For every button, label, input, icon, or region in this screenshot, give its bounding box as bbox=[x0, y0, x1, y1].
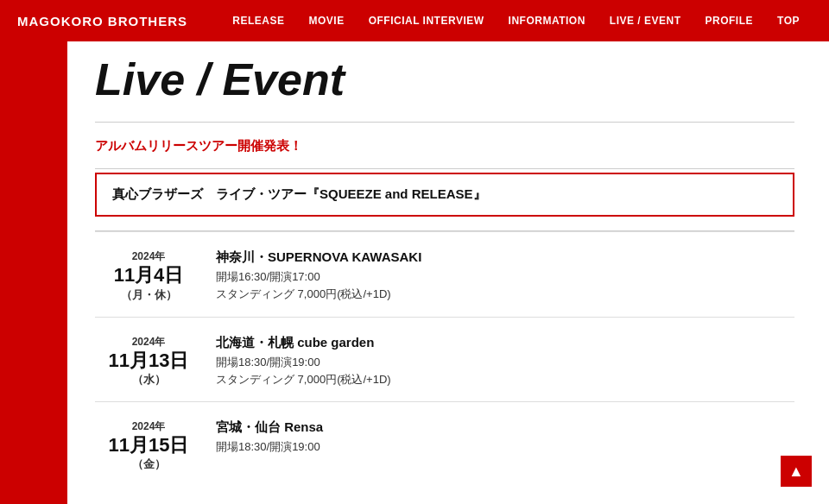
event-year: 2024年 bbox=[95, 249, 202, 264]
event-weekday: （金） bbox=[95, 457, 202, 472]
event-day: 11月13日 bbox=[95, 350, 202, 372]
page-title: Live / Event bbox=[95, 41, 794, 122]
event-date: 2024年 11月13日 （水） bbox=[95, 335, 216, 387]
divider-mid bbox=[95, 168, 794, 169]
event-details: 北海道・札幌 cube garden 開場18:30/開演19:00 スタンディ… bbox=[216, 335, 794, 387]
event-date: 2024年 11月4日 （月・休） bbox=[95, 249, 216, 302]
nav-top[interactable]: TOP bbox=[765, 15, 812, 27]
event-year: 2024年 bbox=[95, 335, 202, 350]
event-ticket: スタンディング 7,000円(税込/+1D) bbox=[216, 287, 794, 302]
announcement-text: アルバムリリースツアー開催発表！ bbox=[95, 123, 794, 168]
event-list: 2024年 11月4日 （月・休） 神奈川・SUPERNOVA KAWASAKI… bbox=[95, 231, 794, 486]
tour-title: 真心ブラザーズ ライブ・ツアー『SQUEEZE and RELEASE』 bbox=[112, 186, 486, 201]
left-accent-bar bbox=[0, 41, 67, 504]
nav-profile[interactable]: PROFILE bbox=[693, 15, 766, 27]
event-time: 開場18:30/開演19:00 bbox=[216, 439, 794, 455]
event-venue: 神奈川・SUPERNOVA KAWASAKI bbox=[216, 249, 794, 266]
tour-title-box: 真心ブラザーズ ライブ・ツアー『SQUEEZE and RELEASE』 bbox=[95, 173, 794, 217]
event-date: 2024年 11月15日 （金） bbox=[95, 419, 216, 472]
scroll-top-button[interactable]: ▲ bbox=[781, 456, 812, 487]
nav-release[interactable]: RELEASE bbox=[220, 15, 296, 27]
event-day: 11月15日 bbox=[95, 434, 202, 457]
event-details: 宮城・仙台 Rensa 開場18:30/開演19:00 bbox=[216, 419, 794, 457]
event-time: 開場18:30/開演19:00 bbox=[216, 355, 794, 370]
event-weekday: （月・休） bbox=[95, 287, 202, 303]
nav-information[interactable]: INFORMATION bbox=[497, 15, 598, 27]
site-logo[interactable]: MAGOKORO BROTHERS bbox=[17, 14, 187, 28]
nav-official-interview[interactable]: OFFICIAL INTERVIEW bbox=[357, 15, 497, 27]
event-item: 2024年 11月4日 （月・休） 神奈川・SUPERNOVA KAWASAKI… bbox=[95, 231, 794, 316]
main-layout: Live / Event アルバムリリースツアー開催発表！ 真心ブラザーズ ライ… bbox=[0, 41, 829, 504]
event-item: 2024年 11月13日 （水） 北海道・札幌 cube garden 開場18… bbox=[95, 317, 794, 401]
event-details: 神奈川・SUPERNOVA KAWASAKI 開場16:30/開演17:00 ス… bbox=[216, 249, 794, 302]
event-time: 開場16:30/開演17:00 bbox=[216, 269, 794, 285]
event-weekday: （水） bbox=[95, 372, 202, 387]
event-item: 2024年 11月15日 （金） 宮城・仙台 Rensa 開場18:30/開演1… bbox=[95, 401, 794, 486]
nav-live-event[interactable]: LIVE / EVENT bbox=[598, 15, 693, 27]
event-venue: 北海道・札幌 cube garden bbox=[216, 335, 794, 351]
main-nav: RELEASE MOVIE OFFICIAL INTERVIEW INFORMA… bbox=[220, 15, 812, 27]
event-venue: 宮城・仙台 Rensa bbox=[216, 419, 794, 436]
site-header: MAGOKORO BROTHERS RELEASE MOVIE OFFICIAL… bbox=[0, 0, 829, 41]
page-content: Live / Event アルバムリリースツアー開催発表！ 真心ブラザーズ ライ… bbox=[67, 41, 829, 504]
event-year: 2024年 bbox=[95, 419, 202, 434]
nav-movie[interactable]: MOVIE bbox=[297, 15, 357, 27]
scroll-top-arrow-icon: ▲ bbox=[788, 463, 804, 479]
event-day: 11月4日 bbox=[95, 264, 202, 287]
event-ticket: スタンディング 7,000円(税込/+1D) bbox=[216, 372, 794, 387]
